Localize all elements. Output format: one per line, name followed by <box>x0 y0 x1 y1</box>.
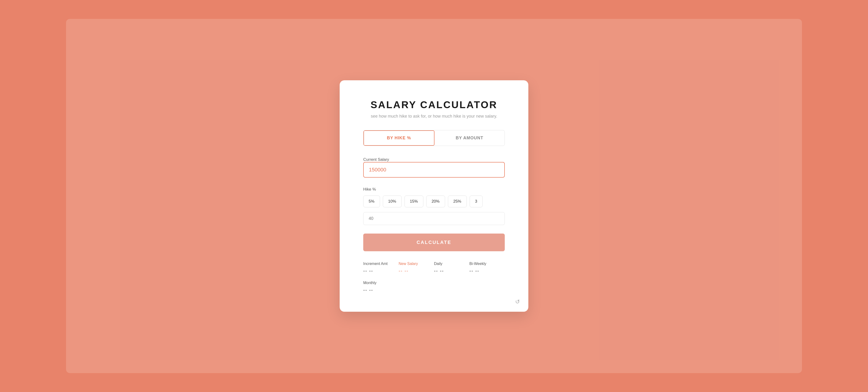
page-title: SALARY CALCULATOR <box>363 99 505 111</box>
result-daily: Daily -- -- <box>434 262 469 274</box>
hike-custom-input[interactable] <box>363 212 505 225</box>
calculate-button[interactable]: CALCULATE <box>363 233 505 251</box>
monthly-value: -- -- <box>363 287 399 293</box>
result-new-salary: New Salary -- -- <box>399 262 434 274</box>
biweekly-label: Bi-Weekly <box>469 262 505 266</box>
biweekly-value: -- -- <box>469 268 505 274</box>
chip-20[interactable]: 20% <box>426 196 445 207</box>
chip-25[interactable]: 25% <box>448 196 467 207</box>
current-salary-input[interactable] <box>363 162 505 177</box>
results-row2: Monthly -- -- <box>363 281 505 293</box>
results-grid: Increment Amt -- -- New Salary -- -- Dai… <box>363 262 505 274</box>
new-salary-label: New Salary <box>399 262 434 266</box>
daily-label: Daily <box>434 262 469 266</box>
result-increment-amt: Increment Amt -- -- <box>363 262 399 274</box>
calculator-card: SALARY CALCULATOR see how much hike to a… <box>340 80 528 312</box>
tab-group: BY HIKE % BY AMOUNT <box>363 130 505 146</box>
chip-15[interactable]: 15% <box>404 196 423 207</box>
tab-by-amount[interactable]: BY AMOUNT <box>434 130 504 146</box>
hike-chips-container: 5% 10% 15% 20% 25% 3 <box>363 196 505 207</box>
monthly-label: Monthly <box>363 281 399 285</box>
reset-button[interactable]: ↺ <box>515 299 520 305</box>
increment-amt-value: -- -- <box>363 268 399 274</box>
current-salary-label: Current Salary <box>363 157 389 162</box>
tab-by-hike[interactable]: BY HIKE % <box>364 130 434 146</box>
result-biweekly: Bi-Weekly -- -- <box>469 262 505 274</box>
new-salary-value: -- -- <box>399 268 434 274</box>
result-monthly: Monthly -- -- <box>363 281 399 293</box>
chip-3[interactable]: 3 <box>470 196 483 207</box>
daily-value: -- -- <box>434 268 469 274</box>
hike-label: Hike % <box>363 187 505 192</box>
chip-5[interactable]: 5% <box>363 196 380 207</box>
page-subtitle: see how much hike to ask for, or how muc… <box>363 114 505 119</box>
chip-10[interactable]: 10% <box>383 196 402 207</box>
increment-amt-label: Increment Amt <box>363 262 399 266</box>
